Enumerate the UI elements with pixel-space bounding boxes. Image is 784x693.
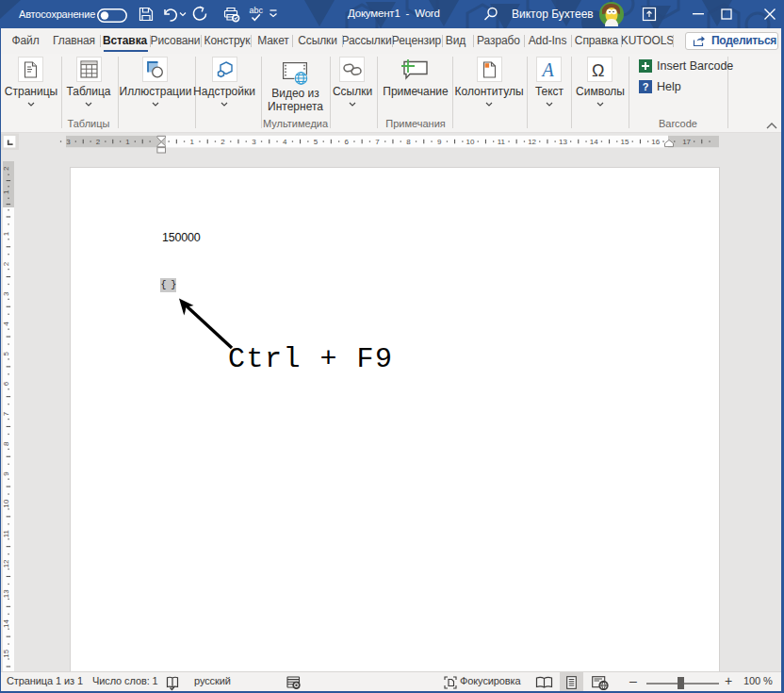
svg-text:A: A: [541, 61, 555, 78]
svg-text:9: 9: [437, 138, 442, 146]
svg-text:8: 8: [2, 441, 10, 446]
svg-text:13: 13: [559, 138, 567, 146]
svg-text:11: 11: [498, 138, 506, 146]
svg-text:4: 4: [283, 138, 287, 146]
svg-text:7: 7: [2, 411, 10, 416]
svg-text:6: 6: [2, 381, 10, 386]
svg-text:7: 7: [375, 138, 380, 146]
svg-text:2: 2: [96, 138, 101, 146]
svg-text:10: 10: [466, 138, 475, 146]
svg-text:10: 10: [2, 499, 10, 507]
svg-text:2: 2: [2, 261, 10, 266]
svg-text:11: 11: [2, 529, 10, 537]
svg-text:1: 1: [2, 190, 10, 194]
svg-text:6: 6: [345, 138, 350, 146]
svg-text:1: 1: [125, 138, 130, 146]
svg-text:12: 12: [528, 138, 536, 146]
svg-text:15: 15: [2, 649, 10, 657]
svg-text:16: 16: [651, 138, 660, 146]
svg-text:14: 14: [590, 138, 598, 146]
svg-text:Ω: Ω: [592, 61, 604, 78]
svg-text:3: 3: [66, 138, 71, 146]
svg-text:1: 1: [190, 138, 195, 146]
svg-text:5: 5: [2, 352, 10, 356]
svg-text:3: 3: [2, 291, 10, 296]
svg-text:4: 4: [2, 322, 10, 326]
svg-text:3: 3: [252, 138, 256, 146]
svg-text:abc: abc: [250, 6, 264, 15]
svg-text:14: 14: [2, 619, 10, 628]
svg-text:12: 12: [2, 559, 10, 568]
svg-text:1: 1: [2, 231, 10, 236]
svg-text:8: 8: [406, 138, 411, 146]
svg-text:5: 5: [314, 138, 318, 146]
svg-text:2: 2: [220, 138, 225, 146]
svg-text:15: 15: [621, 138, 629, 146]
svg-text:2: 2: [2, 166, 10, 171]
svg-text:17: 17: [682, 138, 691, 146]
svg-text:13: 13: [2, 589, 10, 598]
svg-text:9: 9: [2, 471, 10, 476]
